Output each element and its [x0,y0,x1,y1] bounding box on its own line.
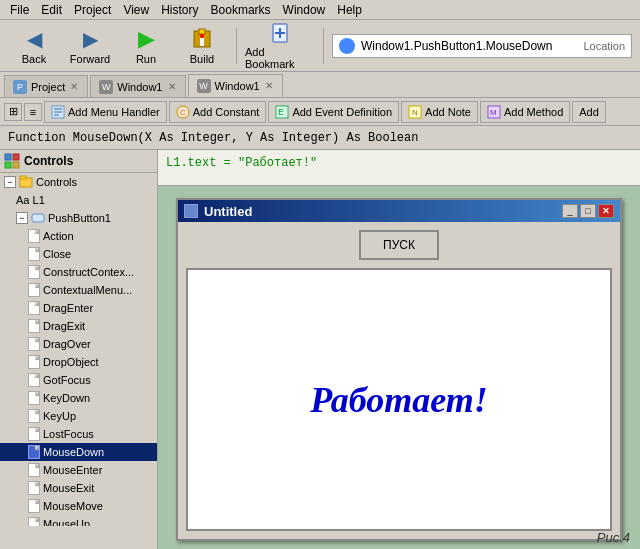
sim-title-text: Untitled [204,204,556,219]
add-constant-label: Add Constant [193,106,260,118]
tree-expand-pb[interactable]: − [16,212,28,224]
svg-text:E: E [278,107,284,117]
tree-root-item[interactable]: − Controls [0,173,157,191]
menu-history[interactable]: History [155,1,204,19]
tab-project[interactable]: P Project ✕ [4,75,88,97]
mouseexit-label: MouseExit [43,482,94,494]
add-method-btn[interactable]: M Add Method [480,101,570,123]
tree-mouseenter[interactable]: MouseEnter [0,461,157,479]
tab-window1a-close[interactable]: ✕ [167,82,177,92]
sim-minimize-btn[interactable]: _ [562,204,578,218]
dragenter-doc-icon [28,301,40,315]
tree-keyup[interactable]: KeyUp [0,407,157,425]
sim-window: Untitled _ □ ✕ ПУСК Работает! [176,198,622,541]
build-button[interactable]: Build [176,24,228,68]
svg-text:N: N [412,108,418,117]
tree-action[interactable]: Action [0,227,157,245]
action-label: Action [43,230,74,242]
add-note-label: Add Note [425,106,471,118]
location-label: Location [583,40,625,52]
tab-project-close[interactable]: ✕ [69,82,79,92]
panel-icon-list[interactable]: ≡ [24,103,42,121]
tree-gotfocus[interactable]: GotFocus [0,371,157,389]
code-line1: L1.text = "Работает!" [166,154,632,172]
tree-dropobject[interactable]: DropObject [0,353,157,371]
sim-maximize-btn[interactable]: □ [580,204,596,218]
dragover-label: DragOver [43,338,91,350]
keydown-label: KeyDown [43,392,90,404]
panel-icon-grid[interactable]: ⊞ [4,103,22,121]
tab-window1b-close[interactable]: ✕ [264,81,274,91]
forward-label: Forward [70,53,110,65]
tree-lostfocus[interactable]: LostFocus [0,425,157,443]
run-icon: ▶ [134,27,158,51]
code-area: L1.text = "Работает!" [158,150,640,186]
controls-group-label: Controls [36,176,77,188]
dragenter-label: DragEnter [43,302,93,314]
tree-dragover[interactable]: DragOver [0,335,157,353]
menu-help[interactable]: Help [331,1,368,19]
add-bookmark-icon [268,22,292,44]
menu-view[interactable]: View [117,1,155,19]
code-l1-text: L1.text = "Работает!" [166,156,317,170]
window1a-tab-icon: W [99,80,113,94]
sim-push-button[interactable]: ПУСК [359,230,439,260]
tree-aa-l1[interactable]: Aa L1 [0,191,157,209]
mouseenter-doc-icon [28,463,40,477]
menu-handler-icon [51,105,65,119]
svg-rect-1 [199,29,205,34]
menu-file[interactable]: File [4,1,35,19]
dragexit-label: DragExit [43,320,85,332]
back-button[interactable]: ◀ Back [8,24,60,68]
menu-edit[interactable]: Edit [35,1,68,19]
add-bookmark-button[interactable]: Add Bookmark [245,24,315,68]
dropobject-doc-icon [28,355,40,369]
run-button[interactable]: ▶ Run [120,24,172,68]
add-menu-handler-btn[interactable]: Add Menu Handler [44,101,167,123]
tree-dragexit[interactable]: DragExit [0,317,157,335]
menu-bookmarks[interactable]: Bookmarks [205,1,277,19]
add-btn[interactable]: Add [572,101,606,123]
sim-close-btn[interactable]: ✕ [598,204,614,218]
tree-keydown[interactable]: KeyDown [0,389,157,407]
construct-label: ConstructContex... [43,266,134,278]
sim-label-box: Работает! [186,268,612,531]
tree-area[interactable]: − Controls Aa L1 − PushButton1 Action [0,173,157,526]
svg-rect-22 [13,162,19,168]
tree-mouseexit[interactable]: MouseExit [0,479,157,497]
forward-button[interactable]: ▶ Forward [64,24,116,68]
location-bar[interactable]: Window1.PushButton1.MouseDown Location [332,34,632,58]
tree-construct[interactable]: ConstructContex... [0,263,157,281]
tree-mousemove[interactable]: MouseMove [0,497,157,515]
tree-close[interactable]: Close [0,245,157,263]
svg-point-3 [200,34,204,38]
sim-button-label: ПУСК [383,238,415,252]
add-event-btn[interactable]: E Add Event Definition [268,101,399,123]
menu-project[interactable]: Project [68,1,117,19]
tab-window1-b[interactable]: W Window1 ✕ [188,74,283,97]
left-panel-header: Controls [0,150,157,173]
method-icon: M [487,105,501,119]
aa-l1-label: Aa L1 [16,194,45,206]
menu-bar: File Edit Project View History Bookmarks… [0,0,640,20]
add-constant-btn[interactable]: C Add Constant [169,101,267,123]
gotfocus-doc-icon [28,373,40,387]
tree-dragenter[interactable]: DragEnter [0,299,157,317]
pushbutton-label: PushButton1 [48,212,111,224]
location-text: Window1.PushButton1.MouseDown [361,39,552,53]
mousemove-label: MouseMove [43,500,103,512]
tree-contextual[interactable]: ContextualMenu... [0,281,157,299]
add-note-btn[interactable]: N Add Note [401,101,478,123]
menu-window[interactable]: Window [277,1,332,19]
code-function-signature: Function MouseDown(X As Integer, Y As In… [8,131,418,145]
keyup-label: KeyUp [43,410,76,422]
sim-label-text: Работает! [310,379,488,421]
tree-expand-pushbutton[interactable]: − PushButton1 [0,209,157,227]
tab-project-label: Project [31,81,65,93]
tree-expand-root[interactable]: − [4,176,16,188]
tree-mouseup[interactable]: MouseUp [0,515,157,526]
close-label: Close [43,248,71,260]
add-method-label: Add Method [504,106,563,118]
tab-window1-a[interactable]: W Window1 ✕ [90,75,185,97]
tree-mousedown[interactable]: MouseDown [0,443,157,461]
